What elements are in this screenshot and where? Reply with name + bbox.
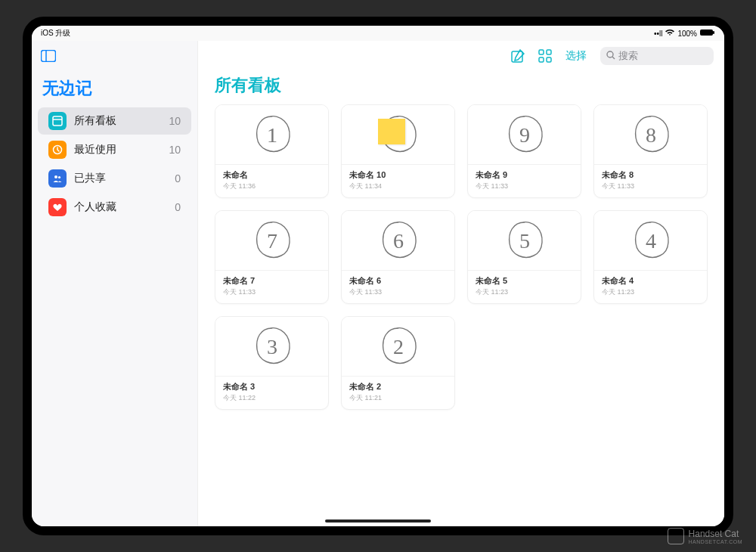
watermark: Handset Cat HANDSETCAT.COM	[668, 528, 742, 544]
board-thumbnail: 8	[594, 105, 707, 164]
svg-text:3: 3	[267, 335, 277, 358]
sidebar-item-label: 所有看板	[74, 114, 169, 128]
view-toggle-button[interactable]	[538, 49, 552, 63]
signal-icon: ••ll	[654, 29, 662, 38]
board-time: 今天 11:33	[602, 181, 699, 191]
board-card[interactable]: 6未命名 6今天 11:33	[341, 210, 455, 304]
select-button[interactable]: 选择	[565, 49, 587, 63]
board-thumbnail: 7	[215, 211, 328, 270]
watermark-brand: Handset Cat	[689, 529, 739, 539]
board-time: 今天 11:33	[349, 287, 447, 297]
boards-icon	[48, 112, 67, 130]
svg-point-14	[607, 51, 613, 57]
board-meta: 未命名 7今天 11:33	[215, 270, 328, 303]
board-card[interactable]: 4未命名 4今天 11:23	[593, 210, 708, 304]
sidebar-item-0[interactable]: 所有看板10	[38, 107, 191, 135]
board-time: 今天 11:23	[602, 287, 699, 297]
svg-text:9: 9	[519, 123, 530, 147]
sidebar-toggle-icon[interactable]	[39, 48, 57, 64]
sidebar-item-count: 10	[169, 115, 181, 127]
board-meta: 未命名 10今天 11:34	[342, 164, 454, 197]
svg-text:8: 8	[646, 123, 656, 147]
battery-text: 100%	[677, 29, 697, 38]
svg-point-8	[58, 176, 60, 178]
search-input[interactable]: 搜索	[600, 47, 714, 65]
battery-icon	[700, 29, 715, 38]
home-indicator	[325, 519, 431, 523]
board-thumbnail: 3	[215, 317, 328, 376]
svg-text:2: 2	[393, 335, 404, 358]
status-bar: iOS 升级 ••ll 100%	[32, 26, 724, 41]
svg-rect-13	[547, 57, 551, 62]
recent-icon	[48, 141, 67, 159]
board-meta: 未命名 2今天 11:21	[342, 376, 454, 409]
board-name: 未命名 6	[349, 275, 447, 287]
svg-rect-4	[53, 116, 62, 126]
board-card[interactable]: 1未命名今天 11:36	[215, 104, 329, 198]
compose-button[interactable]	[511, 49, 525, 63]
board-time: 今天 11:22	[223, 393, 321, 403]
svg-rect-1	[713, 31, 714, 34]
status-right: ••ll 100%	[654, 29, 715, 38]
search-placeholder: 搜索	[618, 49, 638, 63]
board-thumbnail: 6	[342, 211, 454, 270]
board-name: 未命名 7	[223, 275, 321, 287]
board-time: 今天 11:33	[223, 287, 321, 297]
board-card[interactable]: 0未命名 10今天 11:34	[341, 104, 455, 198]
sidebar-item-label: 已共享	[74, 172, 175, 185]
sidebar-item-2[interactable]: 已共享0	[38, 165, 191, 192]
board-name: 未命名 9	[476, 169, 573, 181]
board-time: 今天 11:34	[349, 181, 447, 191]
board-card[interactable]: 7未命名 7今天 11:33	[215, 210, 329, 304]
sidebar-item-label: 个人收藏	[74, 200, 175, 214]
page-title: 所有看板	[198, 71, 724, 104]
board-card[interactable]: 9未命名 9今天 11:33	[467, 104, 581, 198]
board-meta: 未命名 9今天 11:33	[468, 164, 581, 197]
sidebar-item-1[interactable]: 最近使用10	[38, 136, 191, 163]
board-card[interactable]: 5未命名 5今天 11:23	[467, 210, 581, 304]
board-thumbnail: 1	[215, 105, 328, 164]
board-meta: 未命名 8今天 11:33	[594, 164, 707, 197]
sidebar-item-count: 0	[175, 201, 181, 213]
board-time: 今天 11:21	[349, 393, 447, 403]
svg-text:5: 5	[519, 229, 530, 253]
board-thumbnail: 4	[594, 211, 707, 270]
board-name: 未命名 8	[602, 169, 699, 181]
device-frame: iOS 升级 ••ll 100% 无边记 所有看板	[0, 0, 756, 552]
board-meta: 未命名 6今天 11:33	[342, 270, 454, 303]
board-thumbnail: 2	[342, 317, 454, 376]
board-name: 未命名	[223, 169, 321, 181]
watermark-url: HANDSETCAT.COM	[689, 539, 742, 544]
board-meta: 未命名 5今天 11:23	[468, 270, 581, 303]
svg-rect-10	[539, 50, 544, 54]
board-grid: 1未命名今天 11:360未命名 10今天 11:349未命名 9今天 11:3…	[198, 104, 724, 425]
board-name: 未命名 2	[349, 381, 447, 392]
svg-text:7: 7	[267, 229, 277, 253]
board-time: 今天 11:23	[476, 287, 573, 297]
sidebar-item-count: 0	[175, 172, 181, 185]
board-thumbnail: 9	[468, 105, 581, 164]
svg-rect-2	[42, 51, 56, 62]
svg-text:1: 1	[267, 123, 277, 147]
sidebar-item-label: 最近使用	[74, 143, 169, 157]
shared-icon	[48, 169, 67, 188]
svg-line-15	[612, 57, 615, 59]
sidebar-item-3[interactable]: 个人收藏0	[38, 194, 191, 221]
sticky-note-icon	[378, 119, 405, 144]
svg-rect-0	[700, 29, 713, 36]
watermark-icon	[668, 528, 684, 544]
board-card[interactable]: 2未命名 2今天 11:21	[341, 316, 455, 410]
wifi-icon	[665, 29, 674, 38]
board-time: 今天 11:36	[223, 181, 321, 191]
content: 无边记 所有看板10最近使用10已共享0个人收藏0 选择	[32, 41, 724, 526]
search-icon	[606, 51, 615, 62]
board-card[interactable]: 8未命名 8今天 11:33	[593, 104, 708, 198]
sidebar: 无边记 所有看板10最近使用10已共享0个人收藏0	[32, 41, 198, 526]
board-name: 未命名 5	[476, 275, 573, 287]
favorites-icon	[48, 198, 67, 216]
toolbar: 选择 搜索	[198, 41, 724, 71]
app-title: 无边记	[32, 73, 197, 106]
board-name: 未命名 3	[223, 381, 321, 392]
board-card[interactable]: 3未命名 3今天 11:22	[215, 316, 329, 410]
board-meta: 未命名今天 11:36	[215, 164, 328, 197]
